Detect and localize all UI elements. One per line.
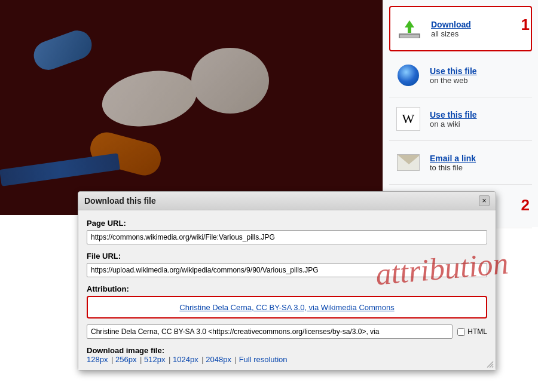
- sidebar-item-email[interactable]: Email a link to this file: [389, 141, 532, 185]
- html-label: HTML: [467, 327, 487, 336]
- dialog-titlebar: Download this file ×: [78, 192, 496, 210]
- download-file-label: Download image file:: [87, 346, 164, 355]
- sidebar-download-text: Download all sizes: [431, 20, 471, 38]
- use-web-sublabel: on the web: [430, 76, 477, 85]
- dark-overlay: [0, 0, 383, 215]
- use-web-text: Use this file on the web: [430, 66, 477, 85]
- page-url-input[interactable]: [87, 230, 487, 244]
- svg-rect-1: [400, 35, 419, 38]
- globe-icon: [394, 61, 423, 90]
- html-checkbox-row: HTML: [457, 327, 487, 336]
- email-text: Email a link to this file: [430, 154, 476, 172]
- download-2048px[interactable]: 2048px: [206, 355, 231, 364]
- wiki-icon: W: [394, 105, 423, 133]
- download-dialog: Download this file × Page URL: File URL:…: [78, 191, 496, 370]
- dialog-body: Page URL: File URL: Attribution: Christi…: [78, 210, 496, 370]
- download-icon: [395, 14, 424, 43]
- sidebar-item-use-wiki[interactable]: W Use this file on a wiki: [389, 97, 532, 141]
- use-web-label: Use this file: [430, 66, 477, 76]
- download-256px[interactable]: 256px: [115, 355, 136, 364]
- main-image: [0, 0, 383, 215]
- dialog-title: Download this file: [84, 196, 156, 206]
- download-links: Download image file: 128px | 256px | 512…: [87, 346, 487, 364]
- html-checkbox[interactable]: [457, 328, 465, 336]
- download-512px[interactable]: 512px: [144, 355, 165, 364]
- page-url-label: Page URL:: [87, 219, 487, 228]
- download-full-resolution[interactable]: Full resolution: [239, 355, 288, 364]
- use-wiki-text: Use this file on a wiki: [430, 110, 477, 128]
- use-wiki-sublabel: on a wiki: [430, 120, 477, 128]
- step-badge-1: 1: [521, 16, 530, 34]
- sidebar-item-use-web[interactable]: Use this file on the web: [389, 54, 532, 97]
- email-sublabel: to this file: [430, 163, 476, 172]
- attribution-link[interactable]: Christine Dela Cerna, CC BY-SA 3.0, via …: [179, 303, 394, 312]
- download-1024px[interactable]: 1024px: [173, 355, 198, 364]
- step-badge-2: 2: [521, 196, 530, 215]
- download-sublabel: all sizes: [431, 29, 471, 38]
- download-128px[interactable]: 128px: [87, 355, 108, 364]
- attribution-box: Christine Dela Cerna, CC BY-SA 3.0, via …: [87, 296, 487, 318]
- download-label: Download: [431, 20, 471, 29]
- sidebar-item-download[interactable]: Download all sizes: [389, 6, 532, 51]
- attribution-row: HTML: [87, 324, 487, 339]
- attribution-label: Attribution:: [87, 284, 487, 293]
- resize-handle[interactable]: [486, 360, 494, 369]
- file-url-input[interactable]: [87, 263, 487, 277]
- svg-marker-2: [405, 20, 414, 33]
- close-button[interactable]: ×: [479, 195, 490, 206]
- email-icon: [394, 148, 423, 177]
- use-wiki-label: Use this file: [430, 110, 477, 120]
- file-url-label: File URL:: [87, 252, 487, 261]
- attribution-input[interactable]: [87, 324, 453, 339]
- email-label: Email a link: [430, 154, 476, 163]
